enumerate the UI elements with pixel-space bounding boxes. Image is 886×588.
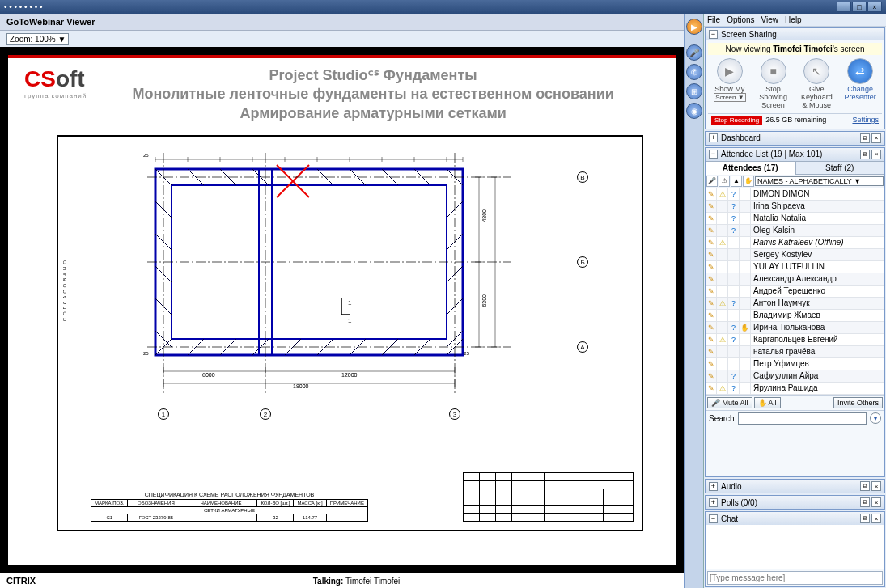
change-presenter-button[interactable]: ⇄Change Presenter bbox=[843, 58, 877, 110]
menu-options[interactable]: Options bbox=[727, 15, 754, 24]
chat-close[interactable]: × bbox=[871, 514, 881, 523]
invite-others-button[interactable]: Invite Others bbox=[833, 397, 883, 408]
chat-popout[interactable]: ⧉ bbox=[860, 514, 870, 523]
attendee-row[interactable]: ✎Владимир Жмаев bbox=[706, 310, 884, 322]
tab-staff[interactable]: Staff (2) bbox=[795, 161, 885, 175]
menu-file[interactable]: File bbox=[707, 15, 720, 24]
window-titlebar: • • • • • • • • _ □ × bbox=[0, 0, 886, 14]
now-viewing: Now viewing Timofei Timofei's screen bbox=[708, 43, 882, 55]
axis-3: 3 bbox=[449, 408, 460, 420]
attendee-row[interactable]: ✎?Oleg Kalsin bbox=[706, 225, 884, 237]
pencil-icon: ✎ bbox=[706, 383, 717, 394]
question-icon: ? bbox=[728, 201, 740, 212]
axis-a: А bbox=[577, 341, 588, 353]
hand-icon bbox=[740, 225, 751, 236]
hand-icon bbox=[740, 201, 751, 212]
polls-close[interactable]: × bbox=[871, 497, 881, 507]
dock-mic-button[interactable]: 🎤 bbox=[686, 44, 702, 61]
search-input[interactable] bbox=[738, 412, 867, 425]
attendee-row[interactable]: ✎Александр Александр bbox=[706, 273, 884, 286]
axis-1: 1 bbox=[158, 408, 169, 420]
warn-icon bbox=[717, 310, 728, 321]
att-alert-icon[interactable]: ⚠ bbox=[719, 176, 730, 187]
attendee-row[interactable]: ✎?✋Ирина Тюльканова bbox=[706, 322, 884, 334]
att-audio-icon[interactable]: 🎤 bbox=[706, 176, 718, 187]
attendee-row[interactable]: ✎Петр Уфимцев bbox=[706, 358, 884, 370]
mute-all-button[interactable]: 🎤 Mute All bbox=[707, 397, 752, 408]
attendee-name: Natalia Natalia bbox=[751, 214, 884, 222]
maximize-button[interactable]: □ bbox=[852, 2, 867, 12]
dashboard-close[interactable]: × bbox=[871, 133, 881, 143]
pencil-icon: ✎ bbox=[706, 225, 717, 236]
attendee-row[interactable]: ✎?Irina Shipaeva bbox=[706, 201, 884, 213]
dashboard-popout[interactable]: ⧉ bbox=[860, 133, 870, 143]
attendee-row[interactable]: ✎?Сафиуллин Айрат bbox=[706, 370, 884, 383]
axis-b: Б bbox=[577, 256, 588, 268]
give-keyboard-button[interactable]: ↖Give Keyboard & Mouse bbox=[799, 58, 833, 110]
hand-icon bbox=[740, 249, 751, 260]
audio-popout[interactable]: ⧉ bbox=[860, 481, 870, 491]
attendee-row[interactable]: ✎⚠?Ярулина Рашида bbox=[706, 383, 884, 395]
attendee-list: ✎⚠?DIMON DIMON✎?Irina Shipaeva✎?Natalia … bbox=[706, 188, 884, 395]
sort-select[interactable]: NAMES - ALPHABETICALLY ▼ bbox=[755, 176, 884, 186]
chat-input[interactable] bbox=[707, 571, 883, 585]
svg-text:1: 1 bbox=[348, 299, 352, 307]
warn-icon bbox=[717, 201, 728, 212]
viewer-title: GoToWebinar Viewer bbox=[0, 14, 684, 31]
attendee-row[interactable]: ✎⚠?Каргапольцев Евгений bbox=[706, 334, 884, 346]
warn-icon bbox=[717, 225, 728, 236]
settings-link[interactable]: Settings bbox=[852, 116, 879, 124]
attendee-row[interactable]: ✎Sergey Kostylev bbox=[706, 249, 884, 261]
axis-2: 2 bbox=[260, 408, 271, 420]
pencil-icon: ✎ bbox=[706, 310, 717, 321]
show-my-screen-button[interactable]: ▶Show MyScreen ▼ bbox=[713, 58, 747, 110]
menubar: File Options View Help bbox=[704, 14, 886, 27]
dock-webcam-button[interactable]: ◉ bbox=[686, 103, 702, 119]
attendee-name: Петр Уфимцев bbox=[751, 359, 884, 368]
attendee-row[interactable]: ✎наталья грачёва bbox=[706, 346, 884, 358]
talking-status: Talking: Timofei Timofei bbox=[36, 577, 677, 586]
audio-close[interactable]: × bbox=[871, 481, 881, 491]
zoom-select[interactable]: Zoom: 100% ▼ bbox=[6, 33, 69, 45]
attendee-close[interactable]: × bbox=[871, 150, 881, 159]
dock-collapse-button[interactable]: ▶ bbox=[686, 19, 702, 35]
all-button[interactable]: ✋ All bbox=[754, 397, 781, 408]
hand-icon bbox=[740, 310, 751, 321]
dashboard-header[interactable]: +Dashboard ⧉ × bbox=[706, 132, 884, 145]
polls-popout[interactable]: ⧉ bbox=[860, 497, 870, 507]
attendee-row[interactable]: ✎YULAY LUTFULLIN bbox=[706, 261, 884, 273]
att-hand-icon[interactable]: ✋ bbox=[743, 176, 754, 187]
tab-attendees[interactable]: Attendees (17) bbox=[706, 161, 795, 175]
attendee-row[interactable]: ✎⚠Ramis Katraleev (Offline) bbox=[706, 237, 884, 249]
minimize-button[interactable]: _ bbox=[837, 2, 851, 12]
attendee-name: YULAY LUTFULLIN bbox=[751, 262, 884, 271]
attendee-row[interactable]: ✎Андрей Терещенко bbox=[706, 286, 884, 298]
stop-recording-button[interactable]: Stop Recording bbox=[711, 116, 762, 125]
menu-view[interactable]: View bbox=[761, 15, 779, 24]
close-button[interactable]: × bbox=[867, 2, 882, 12]
screen-sharing-header[interactable]: −Screen Sharing bbox=[706, 28, 884, 40]
attendee-list-header[interactable]: −Attendee List (19 | Max 101) ⧉ × bbox=[706, 148, 884, 161]
attendee-row[interactable]: ✎⚠?DIMON DIMON bbox=[706, 188, 884, 201]
attendee-name: Ярулина Рашида bbox=[751, 383, 884, 392]
dock-screen-button[interactable]: ⊞ bbox=[686, 83, 702, 99]
search-clear-button[interactable]: ▾ bbox=[870, 412, 881, 424]
question-icon: ? bbox=[728, 213, 740, 224]
dock-phone-button[interactable]: ✆ bbox=[686, 64, 702, 80]
attendee-name: Антон Наумчук bbox=[751, 298, 884, 307]
drawing-frame: СОГЛАСОВАНО bbox=[57, 135, 643, 531]
warn-icon: ⚠ bbox=[717, 298, 728, 309]
attendee-row[interactable]: ✎?Natalia Natalia bbox=[706, 213, 884, 225]
audio-header[interactable]: +Audio ⧉ × bbox=[706, 480, 884, 493]
attendee-row[interactable]: ✎⚠?Антон Наумчук bbox=[706, 298, 884, 310]
warn-icon: ⚠ bbox=[717, 334, 728, 345]
attendee-popout[interactable]: ⧉ bbox=[860, 150, 870, 159]
pencil-icon: ✎ bbox=[706, 213, 717, 224]
warn-icon bbox=[717, 370, 728, 382]
polls-header[interactable]: +Polls (0/0) ⧉ × bbox=[706, 496, 884, 509]
chat-header[interactable]: −Chat ⧉ × bbox=[706, 512, 884, 525]
stop-showing-button[interactable]: ■Stop Showing Screen bbox=[757, 58, 791, 110]
att-tool-icon[interactable]: ▲ bbox=[731, 176, 742, 187]
menu-help[interactable]: Help bbox=[785, 15, 802, 24]
warn-icon bbox=[717, 286, 728, 297]
